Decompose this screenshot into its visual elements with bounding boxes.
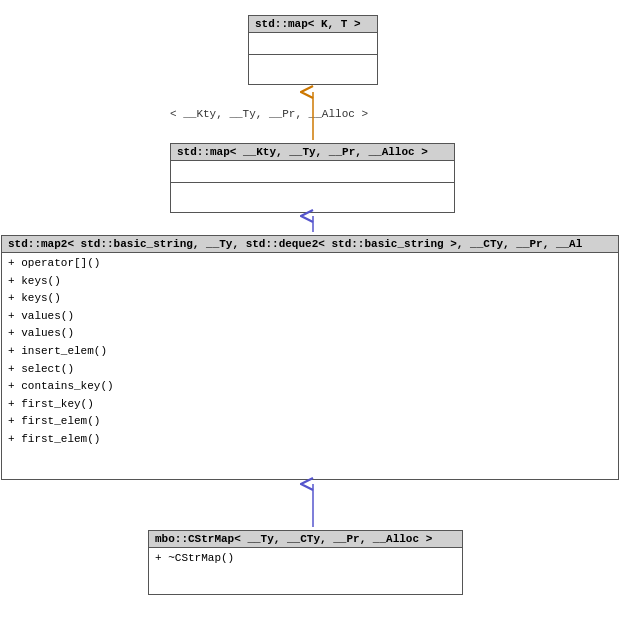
- method-keys2: + keys(): [8, 290, 612, 308]
- method-values2: + values(): [8, 325, 612, 343]
- box-header-stdmap2: std::map2< std::basic_string, __Ty, std:…: [2, 236, 618, 253]
- method-first-elem2: + first_elem(): [8, 431, 612, 449]
- box-header-stdmap-template: std::map< __Kty, __Ty, __Pr, __Alloc >: [171, 144, 454, 161]
- template-label-1: < __Kty, __Ty, __Pr, __Alloc >: [170, 108, 368, 120]
- method-contains-key: + contains_key(): [8, 378, 612, 396]
- method-select: + select(): [8, 361, 612, 379]
- method-operator: + operator[](): [8, 255, 612, 273]
- uml-box-stdmap-template: std::map< __Kty, __Ty, __Pr, __Alloc >: [170, 143, 455, 213]
- box-section-1: [249, 33, 377, 55]
- method-values1: + values(): [8, 308, 612, 326]
- uml-box-cstrmap: mbo::CStrMap< __Ty, __CTy, __Pr, __Alloc…: [148, 530, 463, 595]
- uml-box-stdmap-kt: std::map< K, T >: [248, 15, 378, 85]
- method-destructor: + ~CStrMap(): [155, 550, 456, 568]
- box-section-4: [171, 183, 454, 205]
- box-header-stdmap-kt: std::map< K, T >: [249, 16, 377, 33]
- method-keys1: + keys(): [8, 273, 612, 291]
- box-methods-cstrmap: + ~CStrMap(): [149, 548, 462, 570]
- uml-box-stdmap2-full: std::map2< std::basic_string, __Ty, std:…: [1, 235, 619, 480]
- method-insert-elem: + insert_elem(): [8, 343, 612, 361]
- method-first-elem1: + first_elem(): [8, 413, 612, 431]
- box-section-2: [249, 55, 377, 77]
- box-methods-stdmap2: + operator[]() + keys() + keys() + value…: [2, 253, 618, 451]
- method-first-key: + first_key(): [8, 396, 612, 414]
- diagram-container: std::map< K, T > < __Kty, __Ty, __Pr, __…: [0, 0, 620, 620]
- box-section-3: [171, 161, 454, 183]
- box-header-cstrmap: mbo::CStrMap< __Ty, __CTy, __Pr, __Alloc…: [149, 531, 462, 548]
